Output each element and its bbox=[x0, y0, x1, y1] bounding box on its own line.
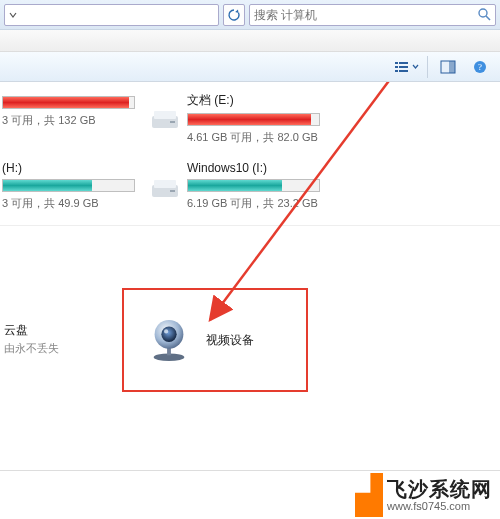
command-toolbar: ? bbox=[0, 52, 500, 82]
svg-rect-7 bbox=[399, 70, 408, 72]
svg-rect-23 bbox=[170, 190, 175, 192]
svg-text:?: ? bbox=[478, 62, 482, 72]
drive-item[interactable]: 文档 (E:) 4.61 GB 可用，共 82.0 GB bbox=[145, 92, 330, 145]
preview-pane-icon bbox=[440, 60, 456, 74]
address-dropdown-icon[interactable] bbox=[5, 5, 21, 25]
help-button[interactable]: ? bbox=[468, 56, 492, 78]
drive-item[interactable]: 3 可用，共 132 GB bbox=[0, 92, 145, 145]
svg-rect-16 bbox=[154, 111, 176, 119]
watermark-logo-icon bbox=[355, 473, 383, 517]
drive-name: (H:) bbox=[2, 161, 135, 175]
search-box[interactable] bbox=[249, 4, 496, 26]
cloud-drive-sub: 由永不丢失 bbox=[4, 341, 59, 356]
cloud-drive-item[interactable]: 云盘 由永不丢失 bbox=[4, 322, 59, 356]
svg-point-27 bbox=[161, 327, 176, 342]
explorer-window: ? 3 可用，共 132 GB 文档 (E:) bbox=[0, 0, 500, 519]
capacity-bar bbox=[2, 179, 135, 192]
view-list-icon bbox=[394, 60, 410, 74]
hdd-icon bbox=[151, 177, 179, 201]
refresh-button[interactable] bbox=[223, 4, 245, 26]
svg-rect-17 bbox=[170, 121, 175, 123]
drive-name: Windows10 (I:) bbox=[187, 161, 320, 175]
watermark-title: 飞沙系统网 bbox=[387, 478, 492, 500]
video-device-label: 视频设备 bbox=[206, 332, 254, 349]
drive-row: 3 可用，共 132 GB 文档 (E:) 4.61 GB 可用，共 82.0 … bbox=[0, 82, 500, 151]
view-button[interactable] bbox=[394, 56, 428, 78]
capacity-bar bbox=[187, 113, 320, 126]
content-pane: 3 可用，共 132 GB 文档 (E:) 4.61 GB 可用，共 82.0 … bbox=[0, 82, 500, 471]
svg-rect-6 bbox=[395, 70, 398, 72]
drive-row: (H:) 3 可用，共 49.9 GB Windows10 (I:) 6.19 … bbox=[0, 151, 500, 217]
svg-rect-22 bbox=[154, 180, 176, 188]
search-input[interactable] bbox=[254, 8, 473, 22]
capacity-bar bbox=[187, 179, 320, 192]
address-bar-row bbox=[0, 3, 500, 27]
svg-line-1 bbox=[486, 16, 490, 20]
svg-point-0 bbox=[479, 9, 487, 17]
refresh-icon bbox=[227, 8, 241, 22]
svg-rect-4 bbox=[395, 66, 398, 68]
drive-item[interactable]: (H:) 3 可用，共 49.9 GB bbox=[0, 161, 145, 211]
drive-capacity-text: 3 可用，共 132 GB bbox=[2, 113, 135, 128]
search-icon bbox=[477, 7, 491, 24]
capacity-bar bbox=[2, 96, 135, 109]
drive-capacity-text: 4.61 GB 可用，共 82.0 GB bbox=[187, 130, 320, 145]
menu-bar bbox=[0, 30, 500, 52]
chevron-down-icon bbox=[412, 63, 419, 70]
svg-rect-2 bbox=[395, 62, 398, 64]
cloud-drive-name: 云盘 bbox=[4, 322, 59, 339]
drive-capacity-text: 6.19 GB 可用，共 23.2 GB bbox=[187, 196, 320, 211]
svg-rect-5 bbox=[399, 66, 408, 68]
help-icon: ? bbox=[473, 60, 487, 74]
watermark-url: www.fs0745.com bbox=[387, 500, 492, 512]
svg-rect-3 bbox=[399, 62, 408, 64]
preview-pane-button[interactable] bbox=[436, 56, 460, 78]
hdd-icon bbox=[151, 108, 179, 132]
drive-name: 文档 (E:) bbox=[187, 92, 320, 109]
drive-item[interactable]: Windows10 (I:) 6.19 GB 可用，共 23.2 GB bbox=[145, 161, 330, 211]
other-devices-section: 云盘 由永不丢失 bbox=[0, 226, 500, 406]
video-device-highlight[interactable]: 视频设备 bbox=[122, 288, 308, 392]
titlebar bbox=[0, 0, 500, 30]
svg-rect-9 bbox=[449, 61, 455, 73]
webcam-icon bbox=[146, 317, 192, 363]
drive-capacity-text: 3 可用，共 49.9 GB bbox=[2, 196, 135, 211]
svg-point-28 bbox=[164, 329, 168, 333]
watermark: 飞沙系统网 www.fs0745.com bbox=[0, 471, 500, 519]
address-box[interactable] bbox=[4, 4, 219, 26]
